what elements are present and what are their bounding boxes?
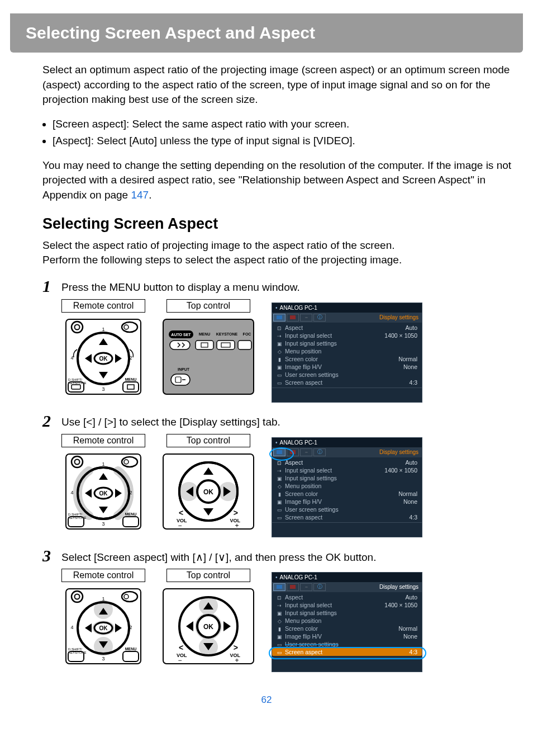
- step-2-figures: Remote control OK 1 2 3 4 D.SHIFT: [61, 434, 513, 537]
- svg-text:FOC: FOC: [243, 332, 251, 336]
- osd-tab-row: ⎓ ⓘ Display settings: [272, 313, 422, 323]
- svg-text:AUTO SET: AUTO SET: [171, 333, 191, 337]
- text-span: You may need to change the setting depen…: [42, 159, 511, 201]
- osd-tab-3: ⎓: [300, 583, 312, 591]
- osd-tab-4: ⓘ: [313, 583, 326, 591]
- osd-item: ⇢Input signal select1400 × 1050: [272, 332, 422, 339]
- section-heading: Selecting Screen Aspect: [42, 215, 513, 233]
- osd-item: ▭User screen settings: [272, 371, 422, 379]
- svg-text:2: 2: [129, 490, 132, 495]
- paragraph-appendix: You may need to change the setting depen…: [42, 158, 513, 203]
- osd-footer: [272, 388, 422, 402]
- menu-screenshot-1: • ANALOG PC-1 ⎓ ⓘ Display settings ⊡Aspe…: [272, 299, 422, 403]
- page-number: 62: [0, 694, 533, 706]
- text-span: .: [149, 189, 151, 201]
- svg-text:1: 1: [102, 461, 104, 467]
- svg-text:KEYSTONE: KEYSTONE: [216, 332, 238, 336]
- osd-tab-4: ⓘ: [313, 448, 326, 456]
- svg-text:>: >: [234, 643, 238, 652]
- osd-item: ▣Image flip H/VNone: [272, 498, 422, 505]
- svg-text:OK: OK: [99, 490, 108, 497]
- svg-text:INPUT: INPUT: [178, 367, 190, 371]
- remote-control-ud-icon: OK 1 2 3 4 D.SHIFT/ KEYSTONE MENU: [61, 584, 145, 668]
- osd-item: ▣Input signal settings: [272, 474, 422, 482]
- top-control-nav-ud-icon: OK VOL − VOL + < >: [161, 584, 256, 668]
- remote-label: Remote control: [61, 299, 145, 313]
- svg-text:OK: OK: [99, 625, 108, 631]
- svg-text:4: 4: [70, 490, 73, 495]
- page-title: Selecting Screen Aspect and Aspect: [26, 23, 315, 42]
- svg-text:>: >: [234, 508, 238, 517]
- svg-text:−: −: [178, 656, 182, 664]
- svg-text:+: +: [235, 656, 239, 664]
- osd-item: ▭Screen aspect4:3: [272, 513, 422, 521]
- svg-text:+: +: [235, 522, 239, 530]
- svg-text:4: 4: [70, 625, 73, 630]
- osd-item: ▮Screen colorNormal: [272, 355, 422, 363]
- step-text: Press the MENU button to display a menu …: [61, 278, 300, 294]
- osd-item: ◇Menu position: [272, 347, 422, 355]
- osd-item: ⊡AspectAuto: [272, 459, 422, 466]
- osd-tab-title: Display settings: [379, 314, 421, 320]
- step-2: 2 Use [<] / [>] to select the [Display s…: [42, 413, 513, 429]
- osd-item: ◇Menu position: [272, 482, 422, 490]
- osd-item: ▮Screen colorNormal: [272, 490, 422, 498]
- svg-rect-32: [171, 374, 190, 385]
- menu-screenshot-3: • ANALOG PC-1 ⎓ ⓘ Display settings ⊡Aspe…: [272, 569, 422, 672]
- step-number: 1: [42, 278, 61, 295]
- svg-text:1: 1: [102, 596, 104, 602]
- remote-label: Remote control: [61, 434, 145, 447]
- remote-control-block: Remote control OK 1 2 3 4 D.SHIFT: [61, 434, 145, 533]
- remote-control-lr-icon: OK 1 2 3 4 D.SHIFT/ KEYSTONE MENU: [61, 450, 145, 533]
- svg-text:<: <: [179, 508, 183, 517]
- osd-item: ⇢Input signal select1400 × 1050: [272, 466, 422, 474]
- osd-tab-2: [287, 448, 299, 456]
- remote-label: Remote control: [61, 569, 145, 582]
- svg-text:3: 3: [102, 386, 104, 392]
- bullet-lead: [Screen aspect]: [53, 118, 126, 130]
- bullet-lead: [Aspect]: [53, 135, 91, 147]
- step-1: 1 Press the MENU button to display a men…: [42, 278, 513, 295]
- svg-text:MENU: MENU: [125, 377, 137, 381]
- osd-tab-3: ⎓: [300, 314, 312, 322]
- osd-item: ▭User screen settings: [272, 505, 422, 513]
- top-control-nav-icon: OK VOL − VOL + < >: [161, 450, 256, 533]
- osd-tab-1: [273, 314, 285, 322]
- top-label: Top control: [166, 299, 250, 313]
- step-number: 3: [42, 547, 61, 564]
- page-link-147[interactable]: 147: [131, 189, 149, 201]
- osd-source: ANALOG PC-1: [280, 440, 317, 446]
- osd-item: ▮Screen colorNormal: [272, 625, 422, 632]
- osd-footer: [272, 657, 422, 672]
- osd-tab-row: ⎓ ⓘ Display settings: [272, 447, 422, 457]
- step-number: 2: [42, 413, 61, 429]
- osd-tab-2: [287, 583, 299, 591]
- svg-text:OK: OK: [203, 488, 213, 496]
- svg-text:1: 1: [102, 327, 104, 332]
- top-control-icon: AUTO SET MENU KEYSTONE FOC INPUT: [161, 315, 256, 399]
- step-text: Use [<] / [>] to select the [Display set…: [61, 413, 280, 428]
- osd-item-selected: ▭Screen aspect4:3: [272, 648, 422, 656]
- osd-tab-3: ⎓: [300, 448, 312, 456]
- svg-text:KEYSTONE: KEYSTONE: [68, 651, 87, 654]
- svg-text:OK: OK: [203, 623, 213, 631]
- osd-header: • ANALOG PC-1: [272, 438, 422, 447]
- intro-paragraph: Select an optimum aspect ratio of the pr…: [42, 63, 513, 107]
- osd-item: ▣Image flip H/VNone: [272, 632, 422, 640]
- step-3: 3 Select [Screen aspect] with [∧] / [∨],…: [42, 547, 513, 564]
- osd-source: ANALOG PC-1: [280, 574, 317, 580]
- osd-tab-1: [273, 448, 285, 456]
- osd-source: ANALOG PC-1: [280, 305, 317, 311]
- svg-rect-28: [217, 341, 235, 349]
- svg-text:KEYSTONE: KEYSTONE: [68, 516, 87, 519]
- svg-text:KEYSTONE: KEYSTONE: [68, 381, 87, 385]
- osd-list: ⊡AspectAuto ⇢Input signal select1400 × 1…: [272, 457, 422, 522]
- svg-text:MENU: MENU: [125, 512, 137, 516]
- list-item: [Screen aspect]: Select the same aspect …: [53, 116, 513, 133]
- top-label: Top control: [166, 569, 250, 582]
- osd-item: ⊡AspectAuto: [272, 324, 422, 332]
- svg-text:3: 3: [102, 656, 104, 662]
- bullet-list: [Screen aspect]: Select the same aspect …: [53, 116, 513, 149]
- osd-tab-title: Display settings: [379, 449, 421, 455]
- svg-text:4: 4: [70, 355, 73, 361]
